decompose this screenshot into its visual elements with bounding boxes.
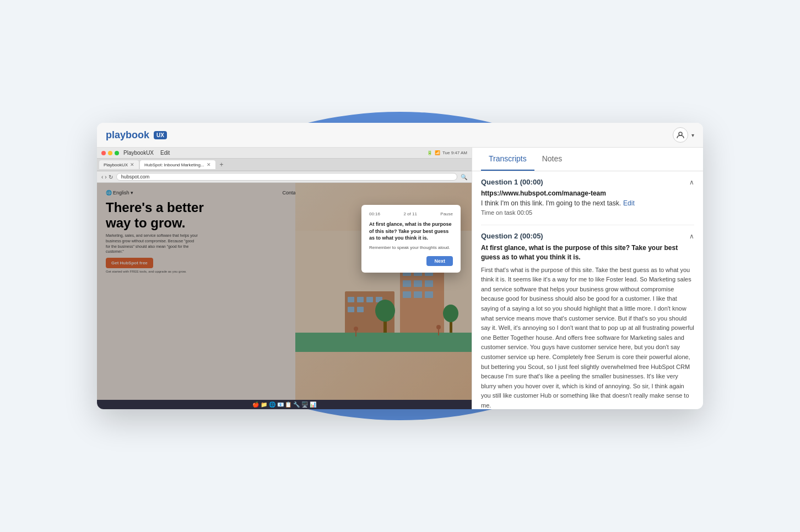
hubspot-page: 🌐 English ▾ Contact Us 🔍 There's a bette… [97, 183, 472, 400]
modal-instruction: Remember to speak your thoughts aloud. [369, 245, 453, 251]
top-bar: playbook UX ▾ [97, 123, 703, 148]
tab-transcripts[interactable]: Transcripts [481, 148, 534, 171]
browser-tab-1[interactable]: PlaybookUX ✕ [99, 160, 139, 169]
question-2-section: Question 2 (00:05) ∧ At first glance, wh… [481, 232, 694, 409]
modal-counter: 2 of 11 [403, 211, 417, 216]
browser-tab-bar: PlaybookUX ✕ HubSpot: Inbound Marketing.… [97, 159, 472, 171]
modal-box: 00:16 2 of 11 Pause At first glance, wha… [361, 205, 461, 273]
browser-dots [101, 151, 119, 155]
taskbar: 🍎 📁 🌐 📧 📋 🔧 🖥️ 📊 [97, 400, 472, 409]
modal-timer-value: 00:16 [369, 211, 380, 216]
browser-menu: PlaybookUX Edit [123, 150, 170, 156]
dot-red [101, 151, 106, 155]
browser-tab-2[interactable]: HubSpot: Inbound Marketing... ✕ [140, 160, 215, 169]
main-window: playbook UX ▾ [97, 123, 703, 409]
browser-menu-app: PlaybookUX [123, 150, 154, 156]
new-tab-btn[interactable]: + [217, 160, 227, 170]
taskbar-icons: 🍎 📁 🌐 📧 📋 🔧 🖥️ 📊 [252, 401, 316, 408]
browser-menu-edit: Edit [160, 150, 170, 156]
user-menu-chevron: ▾ [691, 132, 694, 138]
logo-text: playbook [106, 129, 149, 141]
browser-topbar: PlaybookUX Edit 🔋📶Tue 9:47 AM [97, 148, 472, 159]
q1-time: Time on task 00:05 [481, 209, 694, 216]
q1-edit-link[interactable]: Edit [623, 199, 635, 207]
modal-overlay: 00:16 2 of 11 Pause At first glance, wha… [97, 183, 472, 400]
q2-title: Question 2 (00:05) [481, 232, 543, 240]
q1-chevron[interactable]: ∧ [689, 178, 694, 186]
logo-area: playbook UX [106, 129, 167, 141]
browser-tab-1-close[interactable]: ✕ [130, 162, 134, 167]
modal-question-text: At first glance, what is the purpose of … [369, 221, 453, 242]
transcript-content: Question 1 (00:00) ∧ https://www.hubspot… [472, 171, 703, 409]
back-btn[interactable]: ‹ [101, 174, 103, 180]
dot-yellow [108, 151, 112, 155]
transcript-panel: Transcripts Notes Question 1 (00:00) ∧ h… [472, 148, 703, 409]
forward-btn[interactable]: › [105, 174, 106, 180]
browser-mockup: PlaybookUX Edit 🔋📶Tue 9:47 AM PlaybookUX… [97, 148, 472, 409]
q1-note-row: I think I'm on this link. I'm going to t… [481, 199, 694, 207]
panel-tabs: Transcripts Notes [472, 148, 703, 171]
browser-tab-2-label: HubSpot: Inbound Marketing... [144, 162, 204, 167]
user-icon [677, 131, 684, 139]
q1-header: Question 1 (00:00) ∧ [481, 178, 694, 186]
q2-chevron[interactable]: ∧ [689, 232, 694, 240]
browser-tab-1-label: PlaybookUX [104, 162, 128, 167]
q1-note-text: I think I'm on this link. I'm going to t… [481, 199, 621, 207]
content-area: PlaybookUX Edit 🔋📶Tue 9:47 AM PlaybookUX… [97, 148, 703, 409]
q1-url: https://www.hubspot.com/manage-team [481, 189, 694, 197]
user-icon-button[interactable] [673, 127, 688, 143]
divider-1 [481, 225, 694, 225]
browser-tab-2-close[interactable]: ✕ [207, 162, 211, 167]
q2-header: Question 2 (00:05) ∧ [481, 232, 694, 240]
screen-area: PlaybookUX Edit 🔋📶Tue 9:47 AM PlaybookUX… [97, 148, 472, 409]
browser-address-bar: ‹ › ↻ hubspot.com 🔍 [97, 171, 472, 183]
modal-next-button[interactable]: Next [426, 256, 453, 266]
top-bar-right: ▾ [673, 127, 694, 143]
dot-green [115, 151, 119, 155]
reload-btn[interactable]: ↻ [109, 174, 113, 180]
logo-ux-badge: UX [154, 131, 167, 139]
browser-search-icon: 🔍 [461, 174, 467, 180]
q2-subtitle: At first glance, what is the purpose of … [481, 243, 694, 262]
q1-title: Question 1 (00:00) [481, 178, 543, 186]
modal-pause-label: Pause [440, 211, 453, 216]
modal-timer-bar: 00:16 2 of 11 Pause [369, 211, 453, 216]
question-1-section: Question 1 (00:00) ∧ https://www.hubspot… [481, 178, 694, 216]
svg-point-0 [679, 132, 682, 135]
browser-nav-btns: ‹ › ↻ [101, 174, 113, 180]
system-tray: 🔋📶Tue 9:47 AM [427, 150, 467, 155]
url-input[interactable]: hubspot.com [116, 173, 457, 181]
q2-body: First that's what is the purpose of this… [481, 265, 694, 409]
tab-notes[interactable]: Notes [534, 148, 570, 171]
